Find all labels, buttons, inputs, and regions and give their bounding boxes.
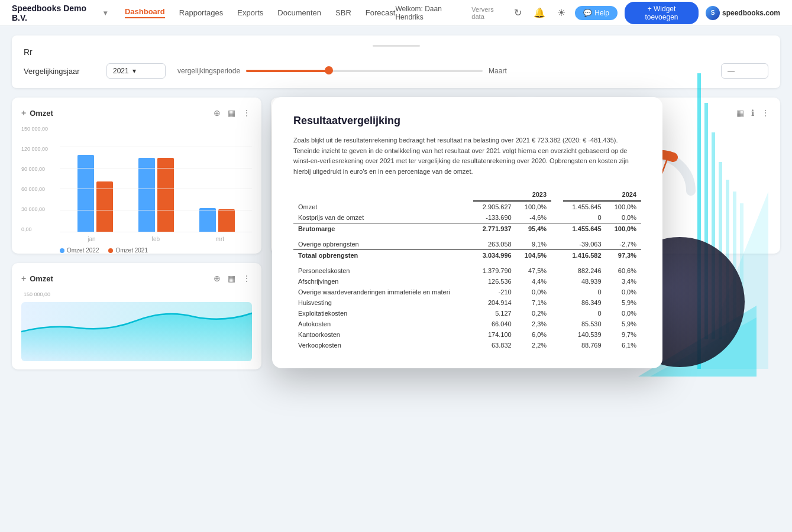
more-icon-btn-3[interactable]: ⋮ [760,107,771,119]
table-row: Personeelskosten 1.379.790 47,5% 882.246… [293,265,641,276]
theme-toggle-btn[interactable]: ☀ [555,5,568,21]
widget-title-bottom: + Omzet [21,274,53,283]
col-year-2024: 2024 [563,189,641,201]
brand-name: Speedbooks Demo B.V. [12,4,100,22]
slider-fill [246,70,329,72]
x-axis-1: jan feb mrt [60,236,252,242]
legend-item-blue: Omzet 2022 [60,247,99,254]
widget-actions-1: ⊕ ▦ ⋮ [212,107,252,119]
slider-container: vergelijkingsperiode Maart [177,67,709,75]
table-row [293,234,641,239]
refresh-icon-btn[interactable]: ↻ [512,5,524,21]
table-row: Kantoorkosten 174.100 6,0% 140.539 9,7% [293,329,641,340]
plus-icon-bottom: + [21,274,26,283]
slider-thumb[interactable] [325,66,333,74]
filter-bar: Rr Vergelijkingsjaar 2021 ▾ vergelijking… [12,35,780,88]
doc-title: Resultaatvergelijking [293,115,641,127]
zoom-icon-btn-1[interactable]: ⊕ [212,107,222,119]
doc-description: Zoals blijkt uit de resultatenrekening b… [293,135,641,177]
chart-type-icon-btn-3[interactable]: ▦ [735,107,745,119]
topbar-right: Welkom: Daan Hendriks Ververs data ↻ 🔔 ☀… [395,2,780,24]
table-row: Afschrijvingen 126.536 4,4% 48.939 3,4% [293,276,641,287]
table-row: Kostprijs van de omzet -133.690 -4,6% 0 … [293,212,641,223]
info-icon-btn-3[interactable]: ℹ [750,107,755,119]
more-icon-btn-1[interactable]: ⋮ [241,107,252,119]
vergelijkingsperiode-label: vergelijkingsperiode [177,67,240,75]
widget-header-bottom: + Omzet ⊕ ▦ ⋮ [21,273,252,284]
filter-scrollbar [373,45,420,47]
table-row: Huisvesting 204.914 7,1% 86.349 5,9% [293,297,641,308]
legend-dot-orange [108,248,113,253]
legend-dot-blue [60,248,64,253]
chart-type-icon-btn-bottom[interactable]: ▦ [227,273,237,284]
widget-actions-bottom: ⊕ ▦ ⋮ [212,273,252,284]
logo-circle-icon: S [706,6,720,20]
table-row: Exploitatiekosten 5.127 0,2% 0 0,0% [293,308,641,319]
plus-icon-1: + [21,108,26,118]
topbar: Speedbooks Demo B.V. ▾ Dashboard Rapport… [0,0,792,26]
col-year-2023: 2023 [473,189,551,201]
vergelijkingsjaar-label: Vergelijkingsjaar [24,67,95,76]
widget-title-1: + Omzet [21,108,53,118]
chart-type-icon-btn-1[interactable]: ▦ [227,107,237,119]
zoom-icon-btn-bottom[interactable]: ⊕ [212,273,222,284]
select-chevron-icon: ▾ [132,67,136,75]
nav-sbr[interactable]: SBR [335,8,351,17]
table-row: Omzet 2.905.627 100,0% 1.455.645 100,0% [293,201,641,212]
welcome-text: Welkom: Daan Hendriks [395,5,464,21]
main-nav: Dashboard Rapportages Exports Documenten… [125,7,395,18]
legend-item-orange: Omzet 2021 [108,247,147,254]
help-icon: 💬 [583,9,592,17]
nav-exports[interactable]: Exports [237,8,263,17]
y-label-bottom: 150 000,00 [24,291,252,297]
vergelijkingsjaar-select[interactable]: 2021 ▾ [106,63,166,79]
y-axis-1: 150 000,00 120 000,00 90 000,00 60 000,0… [21,126,57,232]
table-row: Overige opbrengsten 263.058 9,1% -39.063… [293,239,641,250]
chart-legend-1: Omzet 2022 Omzet 2021 [60,247,252,254]
table-row: Autokosten 66.040 2,3% 85.530 5,9% [293,319,641,329]
area-chart-placeholder [21,302,252,361]
period-slider[interactable] [246,70,483,72]
filter-input[interactable] [721,63,768,79]
chart-area-1 [60,126,252,232]
document-overlay: Resultaatvergelijking Zoals blijkt uit d… [272,97,662,368]
nav-rapportages[interactable]: Rapportages [179,8,223,17]
rr-label: Rr [24,47,33,57]
brand-chevron-icon: ▾ [104,9,107,17]
notification-icon-btn[interactable]: 🔔 [531,5,548,21]
brand[interactable]: Speedbooks Demo B.V. ▾ [12,4,107,22]
gridlines-1 [60,126,252,232]
help-button[interactable]: 💬 Help [575,6,618,20]
area-svg [21,302,252,361]
bar-chart-1: 150 000,00 120 000,00 90 000,00 60 000,0… [21,126,252,244]
add-widget-button[interactable]: + Widget toevoegen [625,2,699,24]
widget-header-1: + Omzet ⊕ ▦ ⋮ [21,107,252,119]
speedbooks-logo: S speedbooks.com [706,6,780,20]
more-icon-btn-bottom[interactable]: ⋮ [241,273,252,284]
table-row: Overige waardeveranderingen immateriële … [293,287,641,297]
table-row: Verkoopkosten 63.832 2,2% 88.769 6,1% [293,340,641,351]
main-content: Rr Vergelijkingsjaar 2021 ▾ vergelijking… [0,26,792,379]
widget-actions-3: ▦ ℹ ⋮ [735,107,771,119]
table-row: Brutomarge 2.771.937 95,4% 1.455.645 100… [293,223,641,235]
slider-end-label: Maart [489,67,507,75]
refresh-text: Ververs data [471,6,505,20]
table-row [293,261,641,265]
omzet-widget-bottom: + Omzet ⊕ ▦ ⋮ 150 000,00 [12,263,261,369]
filter-row: Vergelijkingsjaar 2021 ▾ vergelijkingspe… [24,63,768,79]
omzet-widget-1: + Omzet ⊕ ▦ ⋮ 150 000,00 120 000,00 90 0… [12,98,261,254]
nav-dashboard[interactable]: Dashboard [125,7,165,18]
table-row: Totaal opbrengsten 3.034.996 104,5% 1.41… [293,250,641,261]
doc-table: 2023 2024 Omzet 2.905.627 100,0% 1.455.6… [293,189,641,351]
nav-forecast[interactable]: Forecast [366,8,396,17]
nav-documenten[interactable]: Documenten [277,8,321,17]
